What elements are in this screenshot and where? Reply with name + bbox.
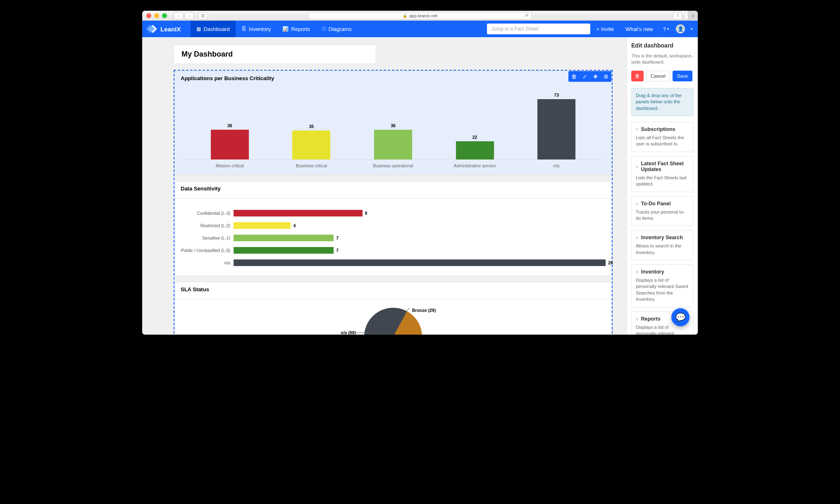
mac-titlebar: ‹ › ▥ 🔒 app.leanix.net ⟳ ⇪ ⧉ + — [142, 11, 698, 21]
move-widget-icon[interactable]: ✥ — [590, 71, 601, 82]
hbar-n-a: n/a26 — [181, 257, 606, 269]
bar-business-critical: 35 — [274, 124, 348, 159]
whats-new-link[interactable]: What's new — [620, 26, 659, 32]
share-icon[interactable]: ⇪ — [673, 12, 682, 19]
panel-card-to-do-panel[interactable]: ≡To-Do PanelTracks your personal to-do i… — [631, 196, 694, 226]
panel-desc: This is the default, workspace-wide dash… — [631, 53, 694, 66]
dashboard-dropzone[interactable]: 🗑 ⤢ ✥ ⚙ Applications per Business Critic… — [174, 70, 613, 335]
dashboard-icon: ▦ — [196, 26, 201, 32]
maximize-window-icon[interactable] — [162, 13, 167, 18]
fact-sheet-search[interactable]: Jump to a Fact Sheet — [487, 24, 590, 34]
panel-title: Edit dashboard — [631, 42, 694, 49]
pie-chart: n/a (88) Bronze (29) Gold (51) — [181, 308, 606, 335]
chat-icon: 💬 — [675, 312, 686, 322]
widget-sla-status[interactable]: SLA Status n/a (88) Bronze (29) Gold (51… — [174, 282, 612, 335]
expand-widget-icon[interactable]: ⤢ — [579, 71, 590, 82]
nav-inventory[interactable]: 🗄 Inventory — [236, 21, 277, 37]
chevron-down-icon[interactable]: ▾ — [691, 27, 693, 31]
bar-administrative-service: 22 — [438, 135, 512, 159]
panel-card-latest-fact-sheet-updates[interactable]: ≡Latest Fact Sheet UpdatesLists the Fact… — [631, 156, 694, 192]
invite-button[interactable]: + Invite — [590, 26, 620, 32]
nav-forward-button[interactable]: › — [185, 12, 194, 19]
url-text: app.leanix.net — [409, 13, 438, 18]
dashboard-main: My Dashboard 🗑 ⤢ ✥ ⚙ Applications per Bu… — [142, 37, 627, 335]
new-tab-button[interactable]: + — [688, 11, 698, 21]
hbar-restricted-l-2-: Restricted (L-2)4 — [181, 219, 606, 232]
intercom-help-button[interactable]: 💬 — [671, 308, 690, 326]
trash-icon: 🗑 — [635, 74, 640, 78]
drag-hint: Drag & drop any of the panels below onto… — [631, 88, 694, 116]
widget-title: Data Sensitivity — [175, 181, 611, 196]
settings-widget-icon[interactable]: ⚙ — [601, 71, 611, 82]
bar-chart-labels: Mission criticalBusiness criticalBusines… — [181, 160, 606, 168]
hbar-chart: Confidential (L-3)9Restricted (L-2)4Sens… — [175, 203, 611, 276]
lock-icon: 🔒 — [403, 14, 407, 18]
brand-icon — [149, 25, 157, 33]
brand[interactable]: LeanIX — [149, 25, 181, 33]
app-nav: LeanIX ▦ Dashboard 🗄 Inventory 📊 Reports… — [142, 21, 698, 37]
dashboard-title-input[interactable]: My Dashboard — [174, 45, 376, 64]
close-window-icon[interactable] — [146, 13, 151, 18]
reload-icon[interactable]: ⟳ — [525, 13, 529, 18]
drag-handle-icon: ≡ — [636, 127, 638, 132]
bar-mission-critical: 36 — [193, 123, 267, 159]
widget-toolbar: 🗑 ⤢ ✥ ⚙ — [568, 71, 611, 82]
reports-icon: 📊 — [282, 26, 289, 32]
widget-title: Applications per Business Criticality — [175, 71, 611, 86]
chevron-down-icon: ▾ — [667, 27, 669, 31]
widget-data-sensitivity[interactable]: Data Sensitivity Confidential (L-3)9Rest… — [174, 181, 612, 276]
drag-handle-icon: ≡ — [636, 235, 638, 240]
panel-card-inventory[interactable]: ≡InventoryDisplays a list of personally … — [631, 264, 694, 307]
edit-dashboard-panel: Edit dashboard This is the default, work… — [627, 37, 698, 335]
pie-label-bronze: Bronze (29) — [412, 308, 436, 313]
drag-handle-icon: ≡ — [636, 201, 638, 206]
minimize-window-icon[interactable] — [154, 13, 159, 18]
bar-chart: 3635362273 — [181, 90, 606, 160]
widget-title: SLA Status — [175, 282, 611, 297]
cancel-button[interactable]: Cancel — [646, 71, 670, 81]
brand-text: LeanIX — [160, 26, 181, 33]
drag-handle-icon: ≡ — [636, 269, 638, 274]
sidebar-toggle-icon[interactable]: ▥ — [198, 12, 208, 19]
help-menu[interactable]: ? ▾ — [659, 26, 673, 32]
bar-business-operational: 36 — [356, 123, 430, 159]
panel-card-inventory-search[interactable]: ≡Inventory SearchAllows to search in the… — [631, 230, 694, 260]
pie-label-na: n/a (88) — [341, 330, 356, 335]
drag-handle-icon: ≡ — [636, 316, 638, 321]
hbar-confidential-l-3-: Confidential (L-3)9 — [181, 207, 606, 219]
nav-back-button[interactable]: ‹ — [174, 12, 183, 19]
save-button[interactable]: Save — [673, 71, 692, 81]
hbar-sensitive-l-1-: Sensitive (L-1)7 — [181, 232, 606, 244]
plus-icon: + — [596, 26, 599, 32]
delete-dashboard-button[interactable]: 🗑 — [631, 71, 644, 81]
panel-card-subscriptions[interactable]: ≡SubscriptionsLists all Fact Sheets the … — [631, 122, 694, 152]
nav-diagrams[interactable]: ⚆ Diagrams — [316, 21, 358, 37]
nav-dashboard[interactable]: ▦ Dashboard — [191, 21, 236, 37]
address-bar[interactable]: 🔒 app.leanix.net ⟳ — [308, 12, 532, 19]
delete-widget-icon[interactable]: 🗑 — [568, 71, 579, 82]
diagrams-icon: ⚆ — [322, 26, 326, 32]
drag-handle-icon: ≡ — [636, 164, 638, 169]
hbar-public-unclassified-l-0-: Public / Unclassified (L-0)7 — [181, 244, 606, 257]
nav-reports[interactable]: 📊 Reports — [277, 21, 316, 37]
user-avatar[interactable]: 👤 — [676, 24, 685, 33]
help-icon: ? — [663, 26, 666, 32]
widget-business-criticality[interactable]: 🗑 ⤢ ✥ ⚙ Applications per Business Critic… — [174, 71, 612, 175]
inventory-icon: 🗄 — [241, 26, 246, 32]
bar-n/a: 73 — [520, 93, 593, 159]
